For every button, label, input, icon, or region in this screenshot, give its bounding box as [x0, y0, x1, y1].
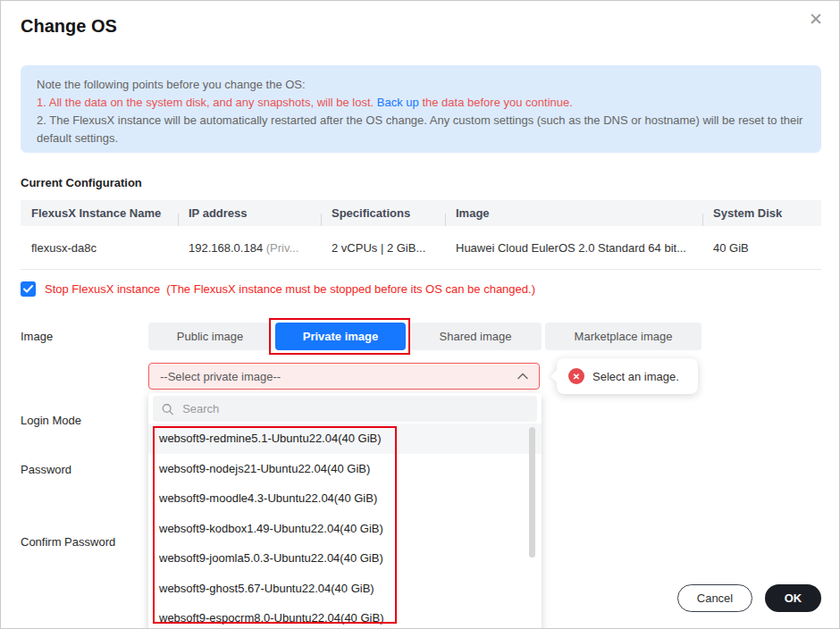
search-input[interactable] — [181, 401, 528, 416]
image-field-label: Image — [21, 330, 53, 343]
column-header-specifications: Specifications — [321, 206, 445, 220]
dropdown-item-joomla[interactable]: websoft9-joomla5.0.3-Ubuntu22.04(40 GiB) — [148, 543, 542, 574]
stop-instance-label: Stop FlexusX instance — [45, 282, 160, 296]
private-image-dropdown-panel: websoft9-redmine5.1-Ubuntu22.04(40 GiB) … — [148, 393, 542, 629]
page-title: Change OS — [21, 16, 117, 37]
dropdown-item-moodle[interactable]: websoft9-moodle4.3-Ubuntu22.04(40 GiB) — [148, 483, 542, 514]
ip-note: (Priv... — [266, 241, 299, 255]
column-header-system-disk: System Disk — [702, 206, 821, 220]
current-configuration-heading: Current Configuration — [21, 176, 142, 189]
tab-public-image[interactable]: Public image — [148, 323, 272, 350]
notice-line-2: 1. All the data on the system disk, and … — [37, 94, 805, 112]
stop-instance-row: Stop FlexusX instance (The FlexusX insta… — [21, 281, 535, 297]
tab-marketplace-image[interactable]: Marketplace image — [545, 323, 701, 350]
cell-system-disk: 40 GiB — [702, 241, 821, 255]
notice-line-1: Note the following points before you cha… — [37, 76, 805, 94]
column-header-image: Image — [445, 206, 702, 220]
back-up-link[interactable]: Back up — [377, 96, 419, 109]
confirm-password-label: Confirm Password — [21, 535, 115, 549]
column-header-instance-name: FlexusX Instance Name — [21, 206, 178, 220]
table-row: flexusx-da8c 192.168.0.184 (Priv... 2 vC… — [21, 226, 821, 270]
cancel-button[interactable]: Cancel — [677, 584, 752, 612]
ok-button[interactable]: OK — [765, 584, 821, 612]
dropdown-search-box — [153, 396, 537, 422]
checkmark-icon — [23, 285, 33, 293]
private-image-select[interactable]: --Select private image-- — [148, 363, 540, 390]
validation-message: Select an image. — [592, 370, 679, 383]
dropdown-scrollbar-thumb[interactable] — [529, 427, 535, 558]
dropdown-item-redmine[interactable]: websoft9-redmine5.1-Ubuntu22.04(40 GiB) — [148, 424, 542, 454]
select-placeholder-text: --Select private image-- — [160, 370, 281, 383]
notice-line-3: 2. The FlexusX instance will be automati… — [37, 112, 805, 147]
notice-banner: Note the following points before you cha… — [21, 65, 821, 153]
chevron-up-icon — [517, 373, 528, 380]
dropdown-item-espocrm[interactable]: websoft9-espocrm8.0-Ubuntu22.04(40 GiB) — [148, 603, 542, 629]
error-icon: ✕ — [568, 368, 584, 384]
cell-ip-address: 192.168.0.184 (Priv... — [178, 241, 321, 255]
table-header-row: FlexusX Instance Name IP address Specifi… — [21, 200, 821, 226]
dropdown-item-ghost[interactable]: websoft9-ghost5.67-Ubuntu22.04(40 GiB) — [148, 574, 542, 604]
notice-warning-text-2: the data before you continue. — [419, 96, 573, 109]
column-header-ip-address: IP address — [178, 206, 321, 220]
stop-instance-checkbox[interactable] — [21, 281, 36, 297]
notice-warning-text: 1. All the data on the system disk, and … — [37, 96, 377, 109]
validation-tooltip: ✕ Select an image. — [557, 358, 698, 394]
password-label: Password — [21, 463, 71, 476]
close-icon[interactable]: ✕ — [802, 5, 830, 33]
cell-specifications: 2 vCPUs | 2 GiB... — [321, 241, 445, 255]
stop-instance-note: (The FlexusX instance must be stopped be… — [166, 282, 535, 296]
dropdown-item-nodejs[interactable]: websoft9-nodejs21-Ubuntu22.04(40 GiB) — [148, 454, 542, 484]
change-os-dialog: Change OS ✕ Note the following points be… — [0, 0, 840, 629]
current-configuration-table: FlexusX Instance Name IP address Specifi… — [21, 200, 821, 270]
tab-private-image[interactable]: Private image — [275, 323, 406, 350]
dropdown-item-list: websoft9-redmine5.1-Ubuntu22.04(40 GiB) … — [148, 424, 542, 629]
cell-instance-name: flexusx-da8c — [21, 241, 178, 255]
login-mode-label: Login Mode — [21, 414, 81, 427]
image-type-tabs: Public image Private image Shared image … — [148, 323, 701, 350]
tab-shared-image[interactable]: Shared image — [409, 323, 542, 350]
search-icon — [162, 403, 173, 415]
cell-image: Huawei Cloud EulerOS 2.0 Standard 64 bit… — [445, 241, 702, 255]
dropdown-item-kodbox[interactable]: websoft9-kodbox1.49-Ubuntu22.04(40 GiB) — [148, 514, 542, 544]
